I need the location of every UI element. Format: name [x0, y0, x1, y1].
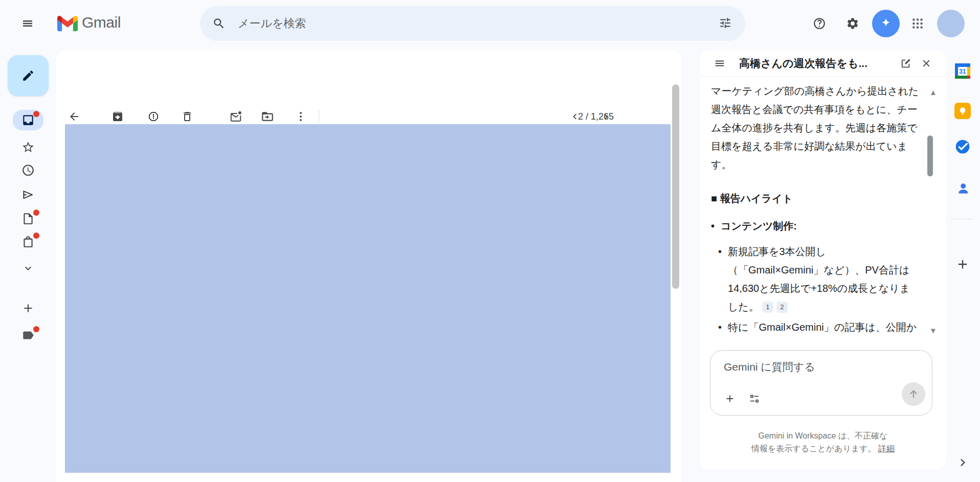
main-menu-icon[interactable] — [15, 11, 40, 36]
shopping-bag-icon — [21, 235, 35, 248]
plus-icon — [21, 302, 35, 315]
gemini-summary-paragraph: マーケティング部の高橋さんから提出された週次報告と会議での共有事項をもとに、チー… — [711, 82, 920, 174]
gmail-wordmark: Gmail — [82, 14, 121, 31]
label-icon — [21, 329, 35, 342]
close-icon[interactable] — [916, 53, 937, 74]
settings-gear-icon[interactable] — [839, 10, 866, 37]
contacts-app-icon[interactable] — [953, 179, 972, 198]
gemini-panel-header: 高橋さんの週次報告をも... — [700, 50, 946, 77]
sidebar-item-sent[interactable] — [13, 185, 43, 205]
search-options-icon[interactable] — [719, 16, 732, 30]
sidebar-item-starred[interactable] — [13, 137, 43, 157]
chevron-down-icon — [22, 262, 34, 274]
prompt-tools-icon[interactable] — [746, 391, 763, 407]
pencil-icon — [21, 69, 35, 82]
email-view-card: 2 / 1,265 あ 【週次報告】マーケティング施策 進捗状況（4月第1週） — [56, 50, 681, 482]
gemini-disclaimer: Gemini in Workspace は、不正確な 情報を表示することがありま… — [700, 429, 946, 455]
bullet-marker: • — [718, 318, 722, 337]
search-icon[interactable] — [212, 17, 226, 30]
sidebar-more-toggle[interactable] — [13, 258, 43, 279]
main-scrollbar[interactable] — [672, 84, 679, 289]
gemini-new-chat-icon[interactable] — [896, 53, 916, 74]
gemini-menu-icon[interactable] — [709, 53, 730, 74]
companion-rail: 31 — [945, 50, 980, 482]
sidebar-item-snoozed[interactable] — [13, 160, 43, 180]
highlight-category-label: コンテンツ制作: — [721, 217, 797, 235]
citation-chip-1[interactable]: 1 — [762, 302, 773, 313]
scroll-down-arrow[interactable]: ▼ — [929, 326, 937, 335]
sidebar-item-label[interactable] — [13, 325, 43, 346]
sidebar-item-inbox[interactable] — [13, 110, 43, 130]
inbox-unread-dot — [33, 111, 39, 117]
google-apps-grid-icon[interactable] — [904, 10, 931, 37]
sidebar-item-drafts[interactable] — [13, 209, 43, 229]
tasks-app-icon[interactable] — [953, 137, 972, 156]
highlight-detail-text: 新規記事を3本公開し（「Gmail×Gemini」など）、PV合計は14,630… — [728, 242, 920, 316]
list-item: • 特に「Gmail×Gemini」の記事は、公開から2日間で1,200PVと初… — [711, 318, 920, 337]
toolbar-divider — [319, 110, 319, 123]
gemini-prompt-input[interactable]: Gemini に質問する — [710, 350, 932, 416]
label-dot — [33, 326, 39, 332]
calendar-date-label: 31 — [958, 67, 967, 76]
keep-app-icon[interactable] — [953, 101, 972, 121]
highlights-heading: ■ 報告ハイライト — [711, 189, 920, 208]
rail-divider — [951, 219, 973, 219]
purchases-dot — [33, 233, 39, 239]
list-item: • 新規記事を3本公開し（「Gmail×Gemini」など）、PV合計は14,6… — [711, 242, 920, 316]
panel-scrollbar-thumb[interactable] — [927, 135, 933, 176]
clock-icon — [21, 164, 35, 177]
send-icon — [21, 188, 35, 201]
drafts-dot — [33, 210, 39, 216]
calendar-app-icon[interactable]: 31 — [953, 61, 972, 81]
create-label-button[interactable] — [13, 298, 43, 318]
search-placeholder: メールを検索 — [238, 16, 306, 31]
compose-button[interactable] — [8, 55, 49, 96]
avatar[interactable] — [937, 10, 965, 37]
star-icon — [21, 141, 35, 154]
get-add-ons-button[interactable] — [953, 255, 972, 274]
gemini-conversation-title: 高橋さんの週次報告をも... — [739, 56, 867, 71]
top-app-bar: Gmail メールを検索 — [0, 0, 980, 48]
gemini-side-panel: 高橋さんの週次報告をも... マーケティング部の高橋さんから提出された週次報告と… — [700, 50, 946, 469]
citation-chip-2[interactable]: 2 — [776, 302, 788, 313]
gmail-logo-icon[interactable] — [57, 16, 78, 31]
disclaimer-line-2: 情報を表示することがあります。 — [751, 444, 876, 453]
highlight-detail-1: 新規記事を3本公開し（「Gmail×Gemini」など）、PV合計は14,630… — [728, 246, 910, 312]
scroll-up-arrow[interactable]: ▲ — [929, 88, 937, 97]
attach-plus-icon[interactable] — [722, 391, 738, 407]
help-icon[interactable] — [806, 10, 833, 37]
hide-side-panel-button[interactable] — [954, 454, 971, 471]
send-prompt-button[interactable] — [902, 382, 925, 406]
gemini-sparkle-icon[interactable] — [872, 10, 900, 37]
bullet-marker: • — [718, 242, 722, 316]
sidebar-item-purchases[interactable] — [13, 232, 43, 252]
inbox-icon — [21, 113, 35, 127]
left-navigation-rail — [0, 48, 56, 482]
details-link[interactable]: 詳細 — [878, 444, 895, 453]
list-item: • コンテンツ制作: — [711, 217, 920, 235]
disclaimer-line-1: Gemini in Workspace は、不正確な — [759, 431, 888, 440]
highlight-detail-2: 特に「Gmail×Gemini」の記事は、公開から2日間で1,200PVと初速が… — [728, 318, 920, 337]
prompt-placeholder: Gemini に質問する — [724, 360, 815, 374]
bullet-marker: • — [711, 217, 715, 235]
document-icon — [21, 212, 35, 225]
gemini-summary-content: マーケティング部の高橋さんから提出された週次報告と会議での共有事項をもとに、チー… — [711, 82, 920, 337]
email-body-placeholder — [65, 124, 671, 473]
search-input[interactable]: メールを検索 — [200, 6, 745, 41]
